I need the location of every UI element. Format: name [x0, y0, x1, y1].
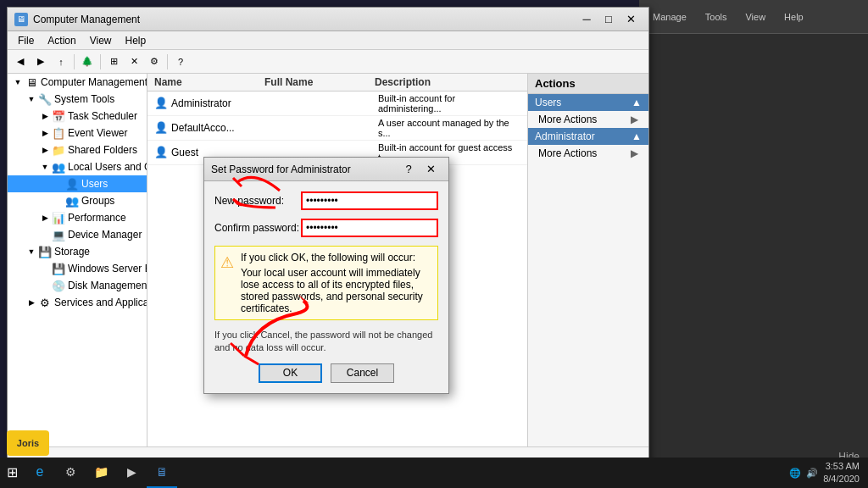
icon-taskscheduler: 📅 — [52, 109, 65, 123]
more-actions-2-label: More Actions — [538, 147, 597, 159]
sm-manage-btn[interactable]: Manage — [648, 8, 692, 25]
tree-disk-label: Disk Management — [68, 280, 147, 291]
toolbar-properties[interactable]: ⚙ — [145, 53, 164, 71]
taskbar-compmgmt[interactable]: 🖥 — [147, 458, 177, 488]
col-header-name: Name — [154, 76, 264, 88]
taskbar-network-icon: 🌐 — [789, 468, 801, 479]
minimize-button[interactable]: ─ — [576, 10, 598, 29]
new-password-input[interactable] — [301, 191, 438, 210]
dialog-help-btn[interactable]: ? — [398, 160, 420, 179]
set-password-dialog: Set Password for Administrator ? ✕ New p… — [203, 157, 449, 394]
toolbar-new-win[interactable]: ⊞ — [104, 53, 123, 71]
sm-tools-btn[interactable]: Tools — [700, 8, 732, 25]
dialog-ok-button[interactable]: OK — [259, 363, 322, 383]
sm-view-btn[interactable]: View — [740, 8, 771, 25]
toolbar: ◀ ▶ ↑ 🌲 ⊞ ✕ ⚙ ? — [8, 50, 648, 74]
expand-backup — [38, 262, 52, 275]
tree-lusers-label: Local Users and Groups — [68, 161, 147, 173]
taskbar-explorer[interactable]: 📁 — [86, 458, 116, 488]
dialog-close-btn[interactable]: ✕ — [420, 160, 442, 179]
icon-devmgr: 💻 — [52, 228, 65, 241]
toolbar-show-hide-tree[interactable]: 🌲 — [78, 53, 97, 71]
expand-root: ▼ — [11, 75, 25, 89]
tree-local-users-groups[interactable]: ▼ 👥 Local Users and Groups — [8, 158, 147, 175]
taskbar-start[interactable]: ⊞ — [0, 458, 25, 488]
joris-logo: Joris — [7, 430, 49, 456]
actions-more-actions-1[interactable]: More Actions ▶ — [528, 111, 648, 128]
icon-lusers: 👥 — [52, 160, 65, 174]
tree-device-manager[interactable]: 💻 Device Manager — [8, 226, 147, 243]
actions-admin-section: Administrator ▲ — [528, 128, 648, 145]
explorer-icon: 📁 — [92, 463, 109, 480]
user-row-administrator[interactable]: 👤 Administrator Built-in account for adm… — [147, 92, 527, 116]
tree-perf-label: Performance — [68, 212, 126, 224]
actions-more-actions-2[interactable]: More Actions ▶ — [528, 145, 648, 162]
expand-groups — [52, 194, 65, 208]
ie-icon: e — [31, 463, 48, 480]
tree-groups[interactable]: 👥 Groups — [8, 192, 147, 209]
actions-users-collapse[interactable]: ▲ — [632, 97, 642, 108]
actions-users-section: Users ▲ — [528, 94, 648, 111]
tree-system-tools[interactable]: ▼ 🔧 System Tools — [8, 91, 147, 108]
tree-services-label: Services and Applications — [54, 297, 147, 308]
col-header-fullname: Full Name — [264, 76, 375, 88]
menubar: File Action View Help — [8, 31, 648, 50]
icon-sharedfolder: 📁 — [52, 143, 65, 157]
menu-file[interactable]: File — [11, 33, 41, 48]
toolbar-sep2 — [100, 54, 101, 69]
tree-disk-management[interactable]: 💿 Disk Management — [8, 277, 147, 294]
expand-taskscheduler: ▶ — [38, 109, 52, 123]
toolbar-delete[interactable]: ✕ — [125, 53, 143, 71]
dialog-cancel-button[interactable]: Cancel — [331, 363, 394, 383]
tree-storage-label: Storage — [54, 246, 90, 258]
actions-admin-collapse[interactable]: ▲ — [632, 130, 642, 142]
warning-detail: Your local user account will immediately… — [241, 267, 432, 314]
taskbar-settings[interactable]: ⚙ — [55, 458, 86, 488]
taskbar-ie[interactable]: e — [25, 458, 55, 488]
content-header: Name Full Name Description — [147, 74, 527, 92]
taskbar-time: 3:53 AM — [823, 460, 860, 473]
tree-storage[interactable]: ▼ 💾 Storage — [8, 243, 147, 260]
icon-backup: 💾 — [52, 262, 65, 275]
actions-pane: Actions Users ▲ More Actions ▶ Administr… — [527, 74, 648, 446]
expand-devmgr — [38, 228, 52, 241]
tree-root[interactable]: ▼ 🖥 Computer Management (Local — [8, 74, 147, 91]
tree-users-label: Users — [81, 178, 108, 190]
taskbar-sound-icon: 🔊 — [806, 468, 818, 479]
toolbar-help[interactable]: ? — [171, 53, 190, 71]
icon-groups: 👥 — [65, 194, 79, 208]
close-button[interactable]: ✕ — [620, 10, 642, 29]
expand-sharedfolder: ▶ — [38, 143, 52, 157]
media-icon: ▶ — [123, 463, 140, 480]
toolbar-back[interactable]: ◀ — [11, 53, 30, 71]
toolbar-forward[interactable]: ▶ — [31, 53, 50, 71]
user-name-administrator: Administrator — [171, 97, 268, 109]
actions-header: Actions — [528, 74, 648, 94]
tree-windows-backup[interactable]: 💾 Windows Server Backup — [8, 260, 147, 277]
confirm-password-input[interactable] — [301, 219, 438, 237]
menu-view[interactable]: View — [83, 33, 119, 48]
menu-action[interactable]: Action — [41, 33, 82, 48]
user-row-defaultaccount[interactable]: 👤 DefaultAcco... A user account managed … — [147, 116, 527, 141]
confirm-password-field: Confirm password: — [214, 219, 438, 237]
tree-users[interactable]: 👤 Users — [8, 175, 147, 192]
user-name-default: DefaultAcco... — [171, 122, 268, 134]
tree-performance[interactable]: ▶ 📊 Performance — [8, 209, 147, 226]
taskbar-media[interactable]: ▶ — [116, 458, 147, 488]
icon-disk: 💿 — [52, 279, 65, 292]
menu-help[interactable]: Help — [119, 33, 153, 48]
icon-user-guest: 👤 — [154, 146, 168, 159]
sm-help-btn[interactable]: Help — [779, 8, 809, 25]
tree-task-scheduler[interactable]: ▶ 📅 Task Scheduler — [8, 108, 147, 125]
tree-event-viewer[interactable]: ▶ 📋 Event Viewer — [8, 125, 147, 141]
toolbar-up[interactable]: ↑ — [52, 53, 70, 71]
taskbar-date: 8/4/2020 — [823, 473, 860, 485]
expand-systemtools: ▼ — [25, 92, 38, 106]
tree-systemtools-label: System Tools — [54, 93, 114, 105]
maximize-button[interactable]: □ — [598, 10, 620, 29]
expand-users — [52, 177, 65, 191]
tree-services-apps[interactable]: ▶ ⚙ Services and Applications — [8, 294, 147, 311]
new-password-label: New password: — [214, 195, 301, 207]
actions-admin-label: Administrator — [535, 130, 595, 142]
tree-shared-folders[interactable]: ▶ 📁 Shared Folders — [8, 141, 147, 158]
